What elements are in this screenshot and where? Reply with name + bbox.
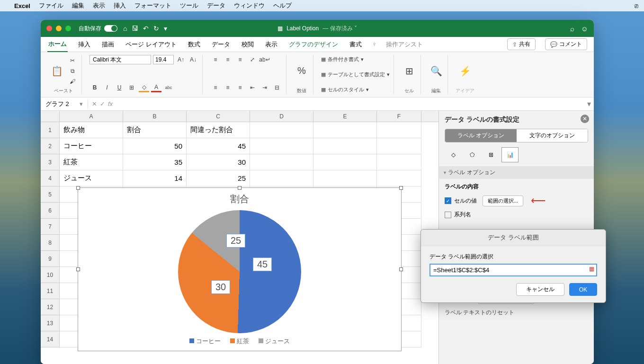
select-all-corner[interactable] (41, 111, 60, 122)
home-icon[interactable]: ⌂ (123, 25, 127, 32)
cell[interactable]: 割合 (123, 122, 187, 138)
align-center-icon[interactable]: ≡ (223, 83, 233, 92)
border-icon[interactable]: ⊞ (126, 83, 137, 92)
cell[interactable] (377, 154, 421, 170)
row-header[interactable]: 4 (41, 170, 60, 186)
cell[interactable] (377, 138, 421, 154)
tell-me[interactable]: 操作アシスト (386, 40, 423, 49)
label-props-icon[interactable]: 📊 (501, 147, 519, 162)
search-icon[interactable]: ⌕ (570, 25, 574, 33)
fx-icon[interactable]: fx (108, 100, 113, 107)
data-label-2[interactable]: 30 (211, 280, 230, 294)
row-header[interactable]: 3 (41, 154, 60, 170)
account-icon[interactable]: ☺ (581, 25, 588, 33)
align-top-icon[interactable]: ≡ (210, 55, 221, 64)
font-family-select[interactable] (89, 55, 151, 64)
menu-insert[interactable]: 挿入 (114, 1, 126, 10)
decrease-indent-icon[interactable]: ⇤ (247, 83, 258, 92)
tab-home[interactable]: ホーム (47, 37, 68, 52)
find-icon[interactable]: 🔍 (429, 63, 444, 79)
data-label-1[interactable]: 45 (253, 257, 272, 271)
menu-file[interactable]: ファイル (39, 1, 63, 10)
cell[interactable]: 飲み物 (60, 122, 123, 138)
fill-color-icon[interactable]: ◇ (139, 83, 149, 92)
cell[interactable] (313, 170, 377, 186)
increase-indent-icon[interactable]: ⇥ (259, 83, 270, 92)
menu-view[interactable]: 表示 (93, 1, 105, 10)
row-header[interactable]: 8 (41, 235, 60, 251)
cell[interactable]: 35 (123, 154, 187, 170)
col-header-c[interactable]: C (187, 111, 250, 122)
col-header-b[interactable]: B (123, 111, 187, 122)
window-minimize-button[interactable] (56, 26, 62, 31)
ok-button[interactable]: OK (569, 283, 597, 296)
formula-bar-expand[interactable]: ▾ (584, 99, 594, 108)
wrap-text-icon[interactable]: ab↵ (259, 55, 270, 64)
cell[interactable]: 50 (123, 138, 187, 154)
fill-line-icon[interactable]: ◇ (445, 147, 462, 162)
col-header-f[interactable]: F (377, 111, 421, 122)
row-header[interactable]: 2 (41, 138, 60, 154)
shrink-font-icon[interactable]: A↓ (188, 55, 198, 64)
cut-icon[interactable]: ✂ (67, 56, 78, 65)
cancel-button[interactable]: キャンセル (516, 283, 564, 296)
cell[interactable]: 紅茶 (60, 154, 123, 170)
cell-value-checkbox[interactable]: ✓ (445, 197, 451, 204)
app-name[interactable]: Excel (14, 2, 30, 9)
airplay-icon[interactable]: ⎚ (635, 2, 638, 9)
cell[interactable]: ジュース (60, 170, 123, 186)
cell[interactable] (313, 122, 377, 138)
chart-title[interactable]: 割合 (78, 193, 401, 205)
cell[interactable]: 45 (187, 138, 250, 154)
font-color-icon[interactable]: A (151, 83, 161, 92)
cell[interactable]: 30 (187, 154, 250, 170)
window-zoom-button[interactable] (65, 26, 71, 31)
cell[interactable]: コーヒー (60, 138, 123, 154)
tab-format[interactable]: 書式 (349, 37, 363, 52)
menu-tools[interactable]: ツール (180, 1, 198, 10)
percent-icon[interactable]: % (294, 63, 309, 79)
save-icon[interactable]: 🖫 (132, 25, 138, 32)
format-painter-icon[interactable]: 🖌 (67, 77, 78, 86)
italic-button[interactable]: I (102, 83, 112, 92)
cell[interactable] (250, 154, 313, 170)
conditional-formatting[interactable]: ▦ 条件付き書式 ▾ (321, 55, 364, 64)
menu-format[interactable]: フォーマット (134, 1, 171, 10)
label-options-tab[interactable]: ラベル オプション (445, 129, 517, 142)
tab-draw[interactable]: 描画 (101, 37, 115, 52)
close-pane-icon[interactable]: ✕ (581, 115, 589, 123)
row-header[interactable]: 10 (41, 267, 60, 283)
menu-data[interactable]: データ (207, 1, 225, 10)
row-header[interactable]: 1 (41, 122, 60, 138)
menu-help[interactable]: ヘルプ (273, 1, 292, 10)
text-options-tab[interactable]: 文字のオプション (517, 129, 588, 142)
cancel-formula-icon[interactable]: ✕ (92, 100, 97, 107)
qa-more-icon[interactable]: ▾ (164, 25, 167, 32)
insert-cells-icon[interactable]: ⊞ (402, 63, 417, 79)
name-box[interactable]: グラフ 2 ▾ (41, 100, 88, 108)
size-props-icon[interactable]: ⊞ (483, 147, 500, 162)
bold-button[interactable]: B (89, 83, 100, 92)
legend-item[interactable]: コーヒー (189, 337, 221, 346)
row-header[interactable]: 14 (41, 331, 60, 347)
phonetic-icon[interactable]: abc (163, 83, 174, 92)
enter-formula-icon[interactable]: ✓ (100, 100, 105, 107)
copy-icon[interactable]: ⧉ (67, 66, 78, 76)
row-header[interactable]: 9 (41, 251, 60, 267)
cell[interactable] (313, 154, 377, 170)
section-header[interactable]: ラベル オプション (439, 166, 594, 179)
redo-icon[interactable]: ↻ (153, 25, 159, 32)
cell[interactable] (250, 170, 313, 186)
legend-item[interactable]: 紅茶 (230, 337, 249, 346)
format-as-table[interactable]: ▦ テーブルとして書式設定 ▾ (321, 70, 390, 79)
row-header[interactable]: 13 (41, 315, 60, 331)
data-label-3[interactable]: 25 (226, 234, 245, 248)
align-middle-icon[interactable]: ≡ (223, 55, 233, 64)
cell[interactable]: 間違った割合 (187, 122, 250, 138)
pie-slices[interactable] (178, 210, 301, 333)
range-input[interactable] (429, 264, 597, 276)
menu-window[interactable]: ウィンドウ (234, 1, 265, 10)
cell[interactable] (313, 138, 377, 154)
align-left-icon[interactable]: ≡ (210, 83, 221, 92)
cell[interactable] (377, 170, 421, 186)
